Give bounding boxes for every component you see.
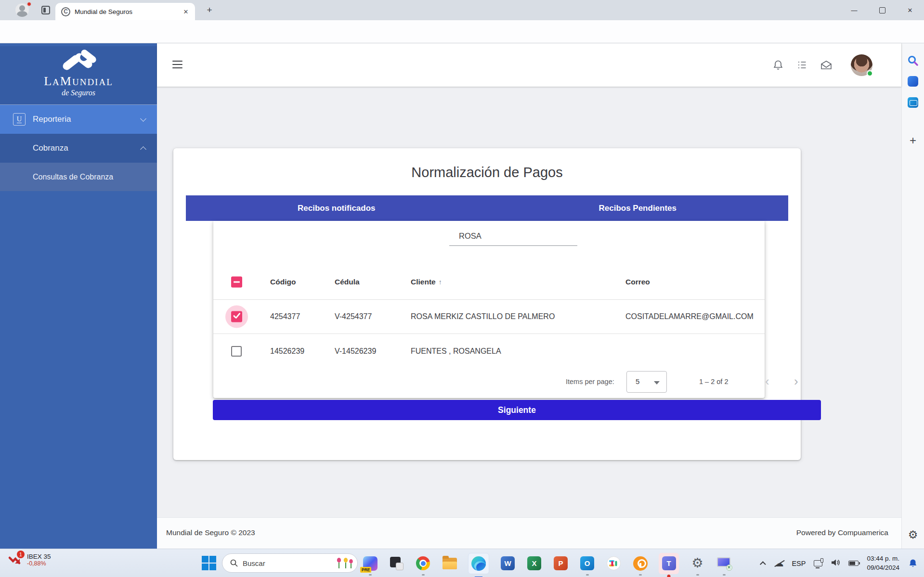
volume-icon[interactable]: [831, 558, 840, 569]
mail-icon[interactable]: [820, 59, 833, 71]
battery-icon[interactable]: [848, 561, 859, 566]
sidebar-item-cobranza[interactable]: Cobranza: [0, 134, 157, 163]
edge-app-icon-active[interactable]: [468, 553, 489, 574]
snipping-app-icon[interactable]: [389, 555, 404, 571]
powered-by-text: Powered by Compuamerica: [796, 528, 888, 537]
row-checkbox[interactable]: [231, 311, 242, 322]
browser-tab-strip: C Mundial de Seguros ✕ + — ✕: [0, 0, 924, 20]
page-size-select[interactable]: 5: [626, 371, 667, 393]
tray-expand-icon[interactable]: [760, 561, 766, 567]
tab-close-icon[interactable]: ✕: [182, 7, 190, 16]
window-close-button[interactable]: ✕: [896, 0, 924, 20]
start-button[interactable]: [202, 556, 216, 570]
chevron-up-icon: [140, 146, 146, 153]
taskbar-search[interactable]: Buscar: [222, 553, 358, 573]
tab-recibos-pendientes[interactable]: Recibos Pendientes: [487, 195, 789, 221]
system-tray: ☁ ESP 03:44 p. m. 09/04/2024: [762, 549, 924, 577]
network-icon[interactable]: [814, 560, 822, 566]
menu-toggle-icon[interactable]: [172, 61, 182, 68]
outlook-app-icon[interactable]: O: [579, 555, 595, 571]
tab-title: Mundial de Seguros: [75, 8, 182, 15]
user-avatar[interactable]: [851, 54, 872, 76]
taskbar-clock[interactable]: 03:44 p. m. 09/04/2024: [867, 554, 899, 572]
search-highlight-image: [335, 556, 354, 570]
paginator: Items per page: 5 1 – 2 of 2 ‹ ›: [213, 366, 765, 398]
file-explorer-app-icon[interactable]: [442, 555, 457, 571]
app-sidebar: LAMUNDIAL de Seguros U Reporteria Cobran…: [0, 43, 157, 549]
widget-title: IBEX 35: [27, 553, 51, 560]
browser-url-bar: https://sys2000.lamundialdeseguros.com/#…: [0, 20, 924, 43]
page-range-label: 1 – 2 of 2: [699, 378, 728, 385]
table-header-row: Código Cédula Cliente↑ Correo: [213, 264, 765, 300]
siguiente-button[interactable]: Siguiente: [213, 400, 821, 420]
powerpoint-app-icon[interactable]: P: [553, 555, 569, 571]
language-indicator[interactable]: ESP: [792, 560, 806, 567]
company-tagline: de Seguros: [0, 89, 157, 97]
copilot-pre-app-icon[interactable]: PRE: [362, 555, 378, 571]
tab-recibos-notificados[interactable]: Recibos notificados: [186, 195, 487, 221]
table-row[interactable]: 4254377 V-4254377 ROSA MERKIZ CASTILLO D…: [213, 300, 765, 334]
page-content: Normalización de Pagos Recibos notificad…: [157, 87, 901, 549]
chevron-down-icon: [140, 115, 146, 122]
receipt-tabs: Recibos notificados Recibos Pendientes: [186, 195, 788, 221]
settings-app-icon[interactable]: ⚙: [690, 555, 705, 571]
slack-app-icon[interactable]: [606, 555, 622, 571]
online-status-dot: [867, 70, 873, 77]
column-header-cliente[interactable]: Cliente↑: [411, 278, 442, 286]
column-header-codigo[interactable]: Código: [270, 278, 296, 286]
select-all-checkbox[interactable]: [231, 276, 242, 287]
add-sidebar-item-icon[interactable]: +: [910, 134, 916, 147]
taskbar-apps: PRE W X P O T ⚙ ✕: [362, 549, 732, 577]
screen: C Mundial de Seguros ✕ + — ✕ https://sys…: [0, 0, 924, 577]
site-favicon: C: [61, 7, 70, 16]
new-tab-button[interactable]: +: [204, 5, 215, 15]
m365-copilot-icon[interactable]: [908, 76, 918, 87]
client-search-input[interactable]: ROSA: [449, 228, 577, 246]
column-header-correo[interactable]: Correo: [625, 278, 650, 286]
browser-tab[interactable]: C Mundial de Seguros ✕: [55, 3, 195, 20]
table-row[interactable]: 14526239 V-14526239 FUENTES , ROSANGELA: [213, 334, 765, 368]
normalizacion-card: Normalización de Pagos Recibos notificad…: [173, 148, 801, 460]
search-placeholder: Buscar: [243, 559, 335, 567]
items-per-page-label: Items per page:: [566, 378, 614, 385]
row-checkbox[interactable]: [231, 346, 242, 357]
notifications-bell-icon[interactable]: [772, 59, 784, 71]
chrome-app-icon[interactable]: [415, 555, 431, 571]
copyright-text: Mundial de Seguro © 2023: [166, 528, 255, 537]
sidebar-settings-gear-icon[interactable]: ⚙: [908, 528, 918, 541]
sort-asc-icon: ↑: [439, 278, 442, 286]
sidebar-search-icon[interactable]: [907, 55, 919, 68]
edge-sidebar-rail: + ⚙: [901, 43, 924, 549]
openvpn-app-icon[interactable]: [632, 555, 648, 571]
page-footer: Mundial de Seguro © 2023 Powered by Comp…: [157, 517, 901, 549]
browser-profile-avatar: [15, 3, 29, 17]
browser-profile-button[interactable]: [14, 3, 31, 17]
notification-center-icon[interactable]: [908, 558, 918, 569]
window-minimize-button[interactable]: —: [840, 0, 868, 20]
teams-app-icon[interactable]: T: [659, 553, 679, 574]
tab-actions-icon[interactable]: [41, 6, 50, 14]
window-maximize-button[interactable]: [868, 0, 896, 20]
main-column: Normalización de Pagos Recibos notificad…: [157, 43, 901, 549]
taskbar-widget[interactable]: 1 IBEX 35 -0,88%: [8, 552, 51, 567]
app-header: [157, 43, 901, 87]
workspace: LAMUNDIAL de Seguros U Reporteria Cobran…: [0, 43, 924, 549]
next-page-button[interactable]: ›: [794, 374, 798, 389]
search-icon: [230, 559, 238, 567]
reporteria-icon: U: [13, 113, 26, 126]
window-controls: — ✕: [840, 0, 924, 20]
column-header-cedula[interactable]: Cédula: [335, 278, 360, 286]
previous-page-button[interactable]: ‹: [765, 374, 769, 389]
sidebar-item-reporteria[interactable]: U Reporteria: [0, 105, 157, 134]
word-app-icon[interactable]: W: [500, 555, 516, 571]
company-logo-icon: [0, 46, 157, 76]
sidebar-item-consultas-de-cobranza[interactable]: Consultas de Cobranza: [0, 163, 157, 191]
task-list-icon[interactable]: [796, 59, 808, 71]
outlook-sidebar-icon[interactable]: [908, 97, 918, 108]
results-panel: ROSA Código Cédula Cliente↑ Correo: [213, 221, 765, 398]
onedrive-paused-icon[interactable]: ☁: [774, 559, 783, 568]
widget-badge: 1: [17, 551, 25, 558]
remote-desktop-app-icon[interactable]: ✕: [716, 555, 732, 571]
excel-app-icon[interactable]: X: [526, 555, 542, 571]
company-logo: LAMUNDIAL de Seguros: [0, 46, 157, 105]
